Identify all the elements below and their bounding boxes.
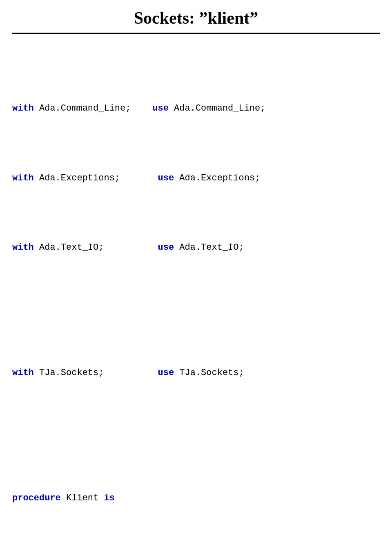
kw-with-2: with <box>12 173 34 183</box>
code-line-1: with Ada.Command_Line; use Ada.Command_L… <box>12 102 380 115</box>
blank-3 <box>12 547 380 553</box>
kw-procedure: procedure <box>12 493 61 503</box>
use-id-2: Ada.Exceptions; <box>179 173 260 183</box>
code-line-7: procedure Klient is <box>12 491 380 505</box>
blank-1 <box>12 297 380 311</box>
use-id-3: Ada.Text_IO; <box>179 242 244 253</box>
kw-with-4: with <box>12 368 34 378</box>
kw-use-4: use <box>158 368 174 378</box>
page: Sockets: ”klient” with Ada.Command_Line;… <box>0 0 392 553</box>
code-line-3: with Ada.Text_IO; use Ada.Text_IO; <box>12 241 380 255</box>
page-title: Sockets: ”klient” <box>12 8 380 28</box>
use-id-1: Ada.Command_Line; <box>174 103 265 113</box>
kw-with-1: with <box>12 103 34 113</box>
id-procedure-name: Klient <box>66 493 98 503</box>
kw-with-3: with <box>12 242 34 253</box>
kw-use-2: use <box>158 173 174 183</box>
code-block: with Ada.Command_Line; use Ada.Command_L… <box>12 46 380 553</box>
id-2: Ada.Exceptions; <box>39 173 120 183</box>
kw-use-3: use <box>158 242 174 253</box>
kw-use-1: use <box>152 103 169 113</box>
kw-is: is <box>104 493 114 503</box>
title-section: Sockets: ”klient” <box>12 8 380 34</box>
use-id-4: TJa.Sockets; <box>179 368 244 378</box>
blank-2 <box>12 422 380 436</box>
id-3: Ada.Text_IO; <box>39 242 104 253</box>
id-1: Ada.Command_Line; <box>39 103 131 113</box>
id-4: TJa.Sockets; <box>39 368 104 378</box>
code-line-2: with Ada.Exceptions; use Ada.Exceptions; <box>12 171 380 185</box>
code-line-5: with TJa.Sockets; use TJa.Sockets; <box>12 366 380 380</box>
